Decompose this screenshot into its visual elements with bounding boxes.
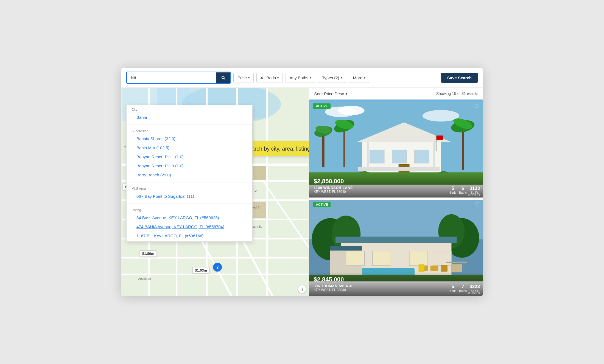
- autocomplete-item-bahia-mar[interactable]: Bahia Mar (102.5): [132, 143, 247, 152]
- favorite-button-2[interactable]: ♡: [474, 201, 480, 208]
- autocomplete-item-banyan-ph1[interactable]: Banyan Resort PH 1 (1.0): [132, 152, 247, 161]
- svg-rect-86: [446, 261, 468, 263]
- map-area[interactable]: Horac Middle Duncan St United St Seminar…: [121, 88, 309, 296]
- baths-chevron-icon: ▾: [310, 76, 311, 79]
- beds-stat-2: 5 Beds: [449, 284, 456, 292]
- app-container: Price ▾ 4+ Beds ▾ Any Baths ▾ Types (2) …: [121, 68, 483, 296]
- autocomplete-item-mls-06[interactable]: 06 - Bay Point to Sugarloaf (11): [132, 192, 247, 201]
- svg-point-38: [338, 106, 365, 115]
- beds-label-2: Beds: [449, 289, 456, 292]
- save-search-button[interactable]: Save Search: [441, 73, 478, 83]
- header: Price ▾ 4+ Beds ▾ Any Baths ▾ Types (2) …: [121, 68, 483, 88]
- svg-rect-48: [370, 150, 384, 163]
- listing-price-2: $2,845,000: [314, 276, 479, 283]
- svg-rect-53: [367, 142, 370, 168]
- types-filter-button[interactable]: Types (2) ▾: [318, 73, 346, 83]
- active-badge-1: ACTIVE: [313, 103, 331, 109]
- autocomplete-item-34-bass[interactable]: 34 Bass Avenue, KEY LARGO, FL (#569628): [132, 213, 247, 222]
- more-filter-label: More: [353, 75, 362, 80]
- search-icon: [221, 75, 226, 80]
- listing-photo-svg-1: [309, 100, 483, 185]
- svg-rect-73: [346, 251, 365, 266]
- active-badge-2: ACTIVE: [313, 202, 331, 207]
- beds-label-1: Beds: [449, 191, 456, 194]
- svg-rect-52: [358, 167, 440, 171]
- search-wrapper: [126, 72, 231, 84]
- listing-section-label: Listing: [132, 208, 247, 212]
- svg-rect-76: [433, 251, 452, 266]
- sqft-value-2: 3223: [469, 284, 480, 289]
- divider-2: [127, 182, 252, 182]
- svg-rect-40: [322, 133, 325, 167]
- svg-rect-59: [437, 136, 443, 140]
- divider-1: [127, 125, 252, 125]
- sort-button[interactable]: Sort: Price Desc ▾: [314, 91, 347, 96]
- map-marker-103m[interactable]: $1.03m: [192, 267, 209, 273]
- city-section-label: City: [132, 108, 247, 112]
- svg-rect-58: [436, 136, 437, 151]
- listing-mls-1: #584804: [468, 193, 480, 196]
- beds-filter-button[interactable]: 4+ Beds ▾: [256, 73, 283, 83]
- price-filter-button[interactable]: Price ▾: [233, 73, 254, 83]
- price-chevron-icon: ▾: [248, 76, 250, 79]
- baths-stat-2: 7 Baths: [459, 284, 467, 292]
- svg-rect-81: [441, 265, 448, 272]
- types-filter-label: Types (2): [322, 75, 339, 80]
- sqft-value-1: 3133: [469, 186, 480, 191]
- svg-rect-50: [415, 150, 429, 163]
- svg-rect-49: [392, 150, 407, 163]
- svg-rect-43: [343, 128, 345, 167]
- map-marker-180m[interactable]: $1.80m: [140, 250, 157, 257]
- baths-stat-1: 6 Baths: [459, 186, 467, 194]
- autocomplete-item-banyan-ph3[interactable]: Banyan Resort PH 3 (1.0): [132, 161, 247, 170]
- svg-rect-80: [430, 266, 438, 271]
- subdivision-section-label: Subdivision: [132, 129, 247, 133]
- more-chevron-icon: ▾: [364, 76, 365, 79]
- more-filter-button[interactable]: More ▾: [349, 73, 369, 83]
- mls-section-label: MLS Area: [132, 187, 247, 191]
- beds-chevron-icon: ▾: [277, 76, 279, 79]
- autocomplete-item-1167[interactable]: 1167 B... Key LARGO, FL (#596166): [132, 231, 247, 240]
- baths-value-1: 6: [459, 186, 467, 191]
- search-input[interactable]: [127, 72, 216, 83]
- beds-stat-1: 5 Beds: [449, 186, 456, 194]
- autocomplete-dropdown: City Bahia Subdivision Bahaia Shores (32…: [126, 105, 253, 242]
- svg-rect-72: [330, 246, 362, 250]
- baths-value-2: 7: [459, 284, 467, 289]
- baths-filter-label: Any Baths: [290, 75, 308, 80]
- beds-value-1: 5: [449, 186, 456, 191]
- search-button[interactable]: [216, 72, 230, 83]
- types-chevron-icon: ▾: [341, 76, 342, 79]
- autocomplete-item-bahia[interactable]: Bahia: [132, 113, 247, 122]
- divider-3: [127, 204, 252, 204]
- listing-price-1: $2,850,000: [314, 178, 479, 185]
- svg-rect-85: [452, 264, 462, 272]
- subdivision-section: Subdivision Bahaia Shores (32.0) Bahia M…: [127, 126, 252, 180]
- baths-label-2: Baths: [459, 289, 467, 292]
- results-panel: Sort: Price Desc ▾ Showing 15 of 31 resu…: [309, 88, 483, 296]
- sort-label: Sort: Price Desc: [314, 91, 344, 96]
- results-header: Sort: Price Desc ▾ Showing 15 of 31 resu…: [309, 88, 483, 100]
- svg-rect-74: [373, 251, 391, 266]
- autocomplete-item-bahaia-shores[interactable]: Bahaia Shores (32.0): [132, 134, 247, 143]
- beds-value-2: 5: [449, 284, 456, 289]
- city-section: City Bahia: [127, 105, 252, 123]
- baths-label-1: Baths: [459, 191, 467, 194]
- listing-mls-2: #575869: [468, 291, 480, 295]
- results-count: Showing 15 of 31 results: [436, 91, 478, 96]
- main-content: Horac Middle Duncan St United St Seminar…: [121, 88, 483, 296]
- mls-section: MLS Area 06 - Bay Point to Sugarloaf (11…: [127, 184, 252, 202]
- svg-rect-60: [462, 128, 464, 170]
- favorite-button-1[interactable]: ♡: [474, 103, 480, 110]
- listing-card-1[interactable]: ACTIVE ♡ $2,850,000 1109 WINDSOR LANE KE…: [309, 100, 483, 198]
- listing-photo-svg-2: [309, 198, 483, 283]
- svg-rect-70: [335, 236, 457, 243]
- listing-photo-2: [309, 198, 483, 283]
- beds-filter-label: 4+ Beds: [261, 75, 276, 80]
- listing-card-2[interactable]: ACTIVE ♡ $2,845,000 806 TRUMAN AVENUE KE…: [309, 198, 483, 297]
- svg-rect-82: [419, 264, 424, 272]
- autocomplete-item-barry-beach[interactable]: Barry Beach (29.0): [132, 170, 247, 179]
- autocomplete-item-474-bahia[interactable]: 474 BAHIA Avenue, KEY LARGO, FL (#558704…: [132, 222, 247, 231]
- baths-filter-button[interactable]: Any Baths ▾: [286, 73, 315, 83]
- sort-chevron-icon: ▾: [345, 91, 348, 96]
